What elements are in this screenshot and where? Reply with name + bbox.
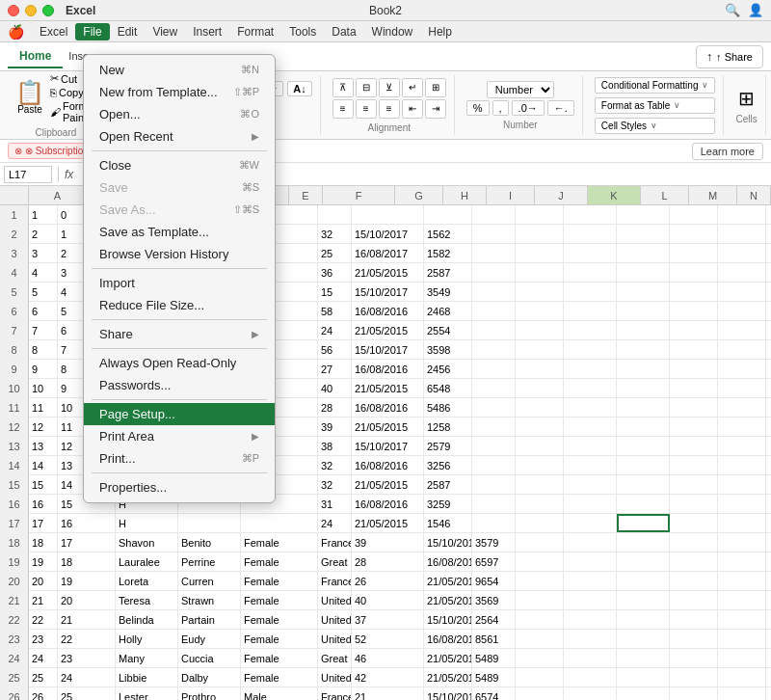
sheet-cell[interactable]: Female xyxy=(241,572,318,590)
sheet-cell[interactable]: 15/10/2017 xyxy=(352,225,424,243)
sheet-cell[interactable]: 15/10/2017 xyxy=(424,533,472,552)
sheet-cell[interactable]: United States xyxy=(318,610,352,629)
menu-item-properties-[interactable]: Properties... xyxy=(84,476,275,498)
sheet-cell[interactable] xyxy=(516,668,564,687)
indent-increase-button[interactable]: ⇥ xyxy=(425,99,446,119)
sheet-cell[interactable]: 16/08/2016 xyxy=(424,630,472,648)
menu-insert[interactable]: Insert xyxy=(185,23,229,40)
sheet-cell[interactable] xyxy=(670,379,718,397)
sheet-cell[interactable] xyxy=(718,668,766,687)
sheet-cell[interactable]: Prothro xyxy=(178,687,241,700)
sheet-cell[interactable]: 20 xyxy=(58,591,116,609)
sheet-cell[interactable]: Dalby xyxy=(178,668,241,687)
sheet-cell[interactable] xyxy=(617,340,670,359)
comma-button[interactable]: , xyxy=(492,100,509,116)
sheet-cell[interactable]: 22 xyxy=(29,610,58,629)
menu-item-save-as-template-[interactable]: Save as Template... xyxy=(84,221,275,243)
sheet-cell[interactable]: Female xyxy=(241,591,318,609)
sheet-cell[interactable] xyxy=(516,340,564,359)
menu-item-print-area[interactable]: Print Area▶ xyxy=(84,425,275,447)
sheet-cell[interactable]: 21/05/2015 xyxy=(352,379,424,397)
sheet-cell[interactable] xyxy=(617,379,670,397)
menu-item-page-setup-[interactable]: Page Setup... xyxy=(84,403,275,425)
format-as-table-button[interactable]: Format as Table ∨ xyxy=(595,97,716,114)
sheet-cell[interactable] xyxy=(516,321,564,339)
sheet-cell[interactable] xyxy=(670,649,718,667)
sheet-cell[interactable]: 42 xyxy=(352,668,424,687)
menu-window[interactable]: Window xyxy=(364,23,421,40)
sheet-cell[interactable]: Libbie xyxy=(116,668,178,687)
menu-item-print-[interactable]: Print...⌘P xyxy=(84,447,275,470)
sheet-cell[interactable] xyxy=(564,360,617,378)
sheet-cell[interactable] xyxy=(670,360,718,378)
sheet-cell[interactable]: H xyxy=(116,514,178,532)
sheet-cell[interactable] xyxy=(718,610,766,629)
sheet-cell[interactable]: 21/05/2015 xyxy=(424,591,472,609)
sheet-cell[interactable]: 38 xyxy=(318,437,352,455)
sheet-cell[interactable]: 37 xyxy=(352,610,424,629)
sheet-cell[interactable]: 5 xyxy=(29,283,58,301)
sheet-cell[interactable]: 2587 xyxy=(424,263,472,282)
sheet-cell[interactable]: 16/08/2016 xyxy=(352,495,424,513)
align-top-button[interactable]: ⊼ xyxy=(332,78,354,97)
sheet-cell[interactable]: 11 xyxy=(29,398,58,417)
learn-more-button[interactable]: Learn more xyxy=(692,143,763,160)
decrease-decimal-button[interactable]: ←. xyxy=(547,100,574,116)
percent-button[interactable]: % xyxy=(466,100,490,116)
sheet-cell[interactable] xyxy=(564,591,617,609)
sheet-cell[interactable]: 16/08/2016 xyxy=(352,456,424,474)
sheet-cell[interactable] xyxy=(718,302,766,320)
menu-help[interactable]: Help xyxy=(420,23,460,40)
sheet-cell[interactable]: Perrine xyxy=(178,552,241,571)
sheet-cell[interactable]: 52 xyxy=(352,630,424,648)
sheet-cell[interactable] xyxy=(472,398,516,417)
sheet-cell[interactable] xyxy=(472,495,516,513)
sheet-cell[interactable]: Female xyxy=(241,630,318,648)
wrap-text-button[interactable]: ↵ xyxy=(402,78,423,97)
sheet-cell[interactable] xyxy=(564,417,617,436)
sheet-cell[interactable]: 3259 xyxy=(424,495,472,513)
sheet-cell[interactable] xyxy=(718,649,766,667)
sheet-cell[interactable]: 1258 xyxy=(424,417,472,436)
sheet-cell[interactable]: 13 xyxy=(29,437,58,455)
sheet-cell[interactable] xyxy=(564,205,617,224)
sheet-cell[interactable] xyxy=(718,687,766,700)
cell-styles-button[interactable]: Cell Styles ∨ xyxy=(595,118,716,134)
sheet-cell[interactable] xyxy=(516,687,564,700)
sheet-cell[interactable] xyxy=(670,475,718,494)
close-button[interactable] xyxy=(8,5,19,16)
sheet-cell[interactable] xyxy=(718,244,766,262)
sheet-cell[interactable] xyxy=(670,437,718,455)
align-middle-button[interactable]: ⊟ xyxy=(356,78,377,97)
sheet-cell[interactable] xyxy=(617,630,670,648)
sheet-cell[interactable]: 23 xyxy=(58,649,116,667)
sheet-cell[interactable] xyxy=(564,630,617,648)
sheet-cell[interactable] xyxy=(516,360,564,378)
sheet-cell[interactable] xyxy=(472,205,516,224)
sheet-cell[interactable] xyxy=(472,321,516,339)
sheet-cell[interactable]: 56 xyxy=(318,340,352,359)
menu-item-new[interactable]: New⌘N xyxy=(84,59,275,81)
sheet-cell[interactable]: 15 xyxy=(29,475,58,494)
sheet-cell[interactable]: 1582 xyxy=(424,244,472,262)
sheet-cell[interactable] xyxy=(718,283,766,301)
sheet-cell[interactable] xyxy=(516,610,564,629)
sheet-cell[interactable] xyxy=(670,610,718,629)
menu-item-new-from-template-[interactable]: New from Template...⇧⌘P xyxy=(84,81,275,103)
sheet-cell[interactable] xyxy=(564,340,617,359)
sheet-cell[interactable]: 3549 xyxy=(424,283,472,301)
align-center-button[interactable]: ≡ xyxy=(356,99,377,119)
sheet-cell[interactable] xyxy=(670,225,718,243)
menu-excel[interactable]: Excel xyxy=(32,23,75,40)
sheet-cell[interactable] xyxy=(670,514,718,532)
sheet-cell[interactable]: 26 xyxy=(352,572,424,590)
sheet-cell[interactable] xyxy=(617,225,670,243)
sheet-cell[interactable]: 21/05/2015 xyxy=(424,572,472,590)
sheet-cell[interactable]: Female xyxy=(241,533,318,552)
menu-item-passwords-[interactable]: Passwords... xyxy=(84,374,275,396)
menu-item-reduce-file-size-[interactable]: Reduce File Size... xyxy=(84,294,275,316)
sheet-cell[interactable] xyxy=(617,649,670,667)
sheet-cell[interactable] xyxy=(617,244,670,262)
sheet-cell[interactable] xyxy=(564,668,617,687)
sheet-cell[interactable] xyxy=(564,552,617,571)
